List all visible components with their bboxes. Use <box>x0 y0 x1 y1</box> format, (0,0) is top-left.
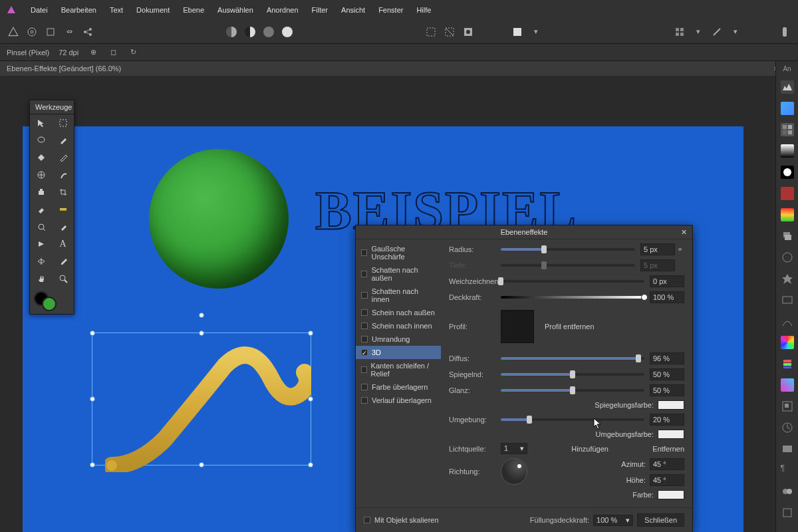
lasso-tool[interactable] <box>30 132 52 149</box>
dialog-close-icon[interactable]: ✕ <box>681 228 687 237</box>
tools-title[interactable]: Werkzeuge <box>30 100 74 114</box>
opacity-slider[interactable] <box>501 296 644 299</box>
speccolor-swatch[interactable] <box>658 400 684 410</box>
soften-slider[interactable] <box>501 280 644 283</box>
styles-icon[interactable] <box>781 272 794 285</box>
effect-inner-shadow[interactable]: Schatten nach innen <box>356 285 441 306</box>
menu-ebene[interactable]: Ebene <box>183 6 204 14</box>
handle-n[interactable] <box>199 331 204 336</box>
azimuth-value[interactable]: 45 ° <box>650 458 684 470</box>
direction-control[interactable] <box>501 458 527 485</box>
shine-value[interactable]: 50 % <box>650 384 684 396</box>
persona-icon[interactable] <box>7 25 20 39</box>
document-tab[interactable]: Ebenen-Effekte [Geändert] (66.0%) × <box>0 61 798 76</box>
hand-tool[interactable] <box>30 270 52 287</box>
healing-tool[interactable] <box>30 166 52 184</box>
effect-3d[interactable]: 3D <box>356 346 441 359</box>
pen-tool[interactable] <box>52 149 74 166</box>
share-icon[interactable] <box>81 25 94 39</box>
rotate-handle[interactable] <box>199 313 204 318</box>
cube-icon[interactable] <box>44 25 57 39</box>
effects-icon[interactable] <box>781 251 794 264</box>
elev-value[interactable]: 45 ° <box>650 474 684 486</box>
menu-datei[interactable]: Datei <box>31 6 48 14</box>
align-icon[interactable]: ▾ <box>692 25 705 39</box>
gradient-tool[interactable] <box>52 201 74 218</box>
menu-fenster[interactable]: Fenster <box>378 6 403 14</box>
stock-icon[interactable] <box>781 293 794 307</box>
crosshair-icon[interactable]: ⊕ <box>88 47 98 58</box>
color-icon[interactable] <box>781 102 794 115</box>
brush-tool[interactable] <box>52 132 74 149</box>
handle-sw[interactable] <box>90 462 95 467</box>
remove-light-button[interactable]: Entfernen <box>652 445 684 453</box>
background-swatch[interactable] <box>42 297 57 311</box>
effect-inner-glow[interactable]: Schein nach innen <box>356 319 441 332</box>
lightcolor-swatch[interactable] <box>658 490 684 499</box>
shade2-icon[interactable] <box>243 25 257 39</box>
lightsrc-select[interactable]: 1▾ <box>501 443 527 454</box>
flip-icon[interactable]: ⇔ <box>63 25 76 39</box>
adjustments-icon[interactable] <box>781 208 794 221</box>
effect-outer-shadow[interactable]: Schatten nach außen <box>356 263 441 285</box>
ambcolor-swatch[interactable] <box>658 430 684 439</box>
move-tool[interactable] <box>30 114 52 132</box>
effect-gaussian[interactable]: Gaußsche Unschärfe <box>356 242 441 263</box>
add-light-button[interactable]: Hinzufügen <box>527 445 652 453</box>
menu-bearbeiten[interactable]: Bearbeiten <box>61 6 96 14</box>
handle-w[interactable] <box>90 396 95 402</box>
channels-icon[interactable] <box>781 357 794 370</box>
eraser-tool[interactable] <box>30 201 52 218</box>
mesh-tool[interactable] <box>30 253 52 270</box>
refresh-icon[interactable]: ↻ <box>128 47 138 58</box>
swatches-icon[interactable] <box>781 123 794 136</box>
marquee-icon[interactable] <box>424 25 438 39</box>
shine-slider[interactable] <box>501 389 644 392</box>
burn-tool[interactable] <box>52 218 74 235</box>
profile-preview[interactable] <box>501 310 534 343</box>
stock2-icon[interactable] <box>781 485 794 498</box>
crop-tool[interactable] <box>52 184 74 201</box>
effect-outer-glow[interactable]: Schein nach außen <box>356 306 441 319</box>
shade1-icon[interactable] <box>225 25 238 39</box>
curves-icon[interactable] <box>781 315 794 328</box>
red-panel-icon[interactable] <box>781 187 794 200</box>
clone-tool[interactable] <box>30 184 52 201</box>
character-icon[interactable]: ¶ <box>781 464 794 477</box>
node-tool[interactable] <box>30 235 52 253</box>
dodge-tool[interactable] <box>30 218 52 235</box>
soften-value[interactable]: 0 px <box>650 275 684 287</box>
opacity-value[interactable]: 100 % <box>650 291 684 303</box>
selection-box[interactable] <box>85 313 318 485</box>
menu-hilfe[interactable]: Hilfe <box>416 6 431 14</box>
eyedropper-tool[interactable] <box>52 253 74 270</box>
smudge-tool[interactable] <box>52 166 74 184</box>
navigator-icon[interactable] <box>781 400 794 413</box>
handle-nw[interactable] <box>90 331 95 336</box>
dropdown-icon[interactable]: ▾ <box>529 25 543 39</box>
effect-bevel[interactable]: Kanten schleifen / Relief <box>356 359 441 380</box>
square-icon[interactable]: ◻ <box>108 47 118 58</box>
dropdown2-icon[interactable]: ▾ <box>729 25 742 39</box>
yellow-curve[interactable] <box>105 346 311 472</box>
swatch-icon[interactable] <box>511 25 524 39</box>
radius-value[interactable]: 5 px <box>640 243 675 255</box>
menu-auswaehlen[interactable]: Auswählen <box>217 6 253 14</box>
specular-slider[interactable] <box>501 373 644 376</box>
info-panel-icon[interactable] <box>781 442 794 456</box>
menu-filter[interactable]: Filter <box>312 6 328 14</box>
radius-slider[interactable] <box>501 248 635 251</box>
dialog-header[interactable]: Ebeneneffekte ✕ <box>356 225 692 239</box>
shade3-icon[interactable] <box>262 25 275 39</box>
zoom-tool[interactable] <box>52 270 74 287</box>
fill-tool[interactable] <box>30 149 52 166</box>
diffuse-value[interactable]: 96 % <box>650 352 684 364</box>
quickmask-icon[interactable] <box>462 25 475 39</box>
ambient-value[interactable]: 20 % <box>650 414 684 426</box>
remove-profile-button[interactable]: Profil entfernen <box>545 323 595 331</box>
macro-icon[interactable] <box>781 506 794 519</box>
menu-dokument[interactable]: Dokument <box>136 6 170 14</box>
histogram-icon[interactable] <box>781 80 794 94</box>
menu-anordnen[interactable]: Anordnen <box>267 6 299 14</box>
wand-icon[interactable] <box>710 25 724 39</box>
